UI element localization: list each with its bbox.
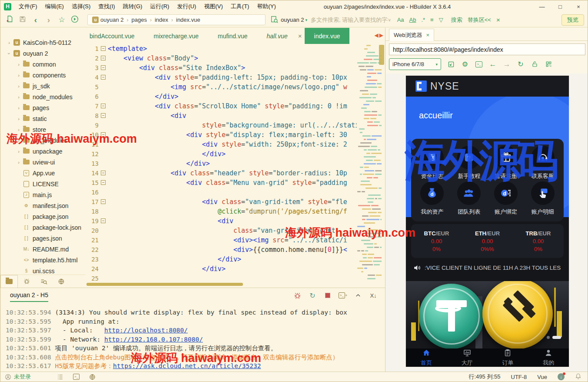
tree-item-app-vue[interactable]: VApp.vue — [0, 168, 85, 178]
console-window-icon[interactable]: >_ — [475, 60, 483, 68]
line-number[interactable]: 5 — [85, 82, 101, 92]
line-number[interactable]: 3 — [85, 63, 101, 73]
line-number[interactable]: 10 — [85, 130, 101, 140]
fold-marker-icon[interactable]: − — [101, 75, 106, 80]
tree-item-components[interactable]: ›components — [0, 70, 85, 80]
multi-file-search-icon[interactable] — [271, 16, 278, 24]
bookmark-star-icon[interactable]: ☆ — [55, 15, 68, 24]
search-button[interactable]: 搜索 — [451, 16, 462, 24]
tree-item-node-modules[interactable]: ›node_modules — [0, 91, 85, 102]
line-number[interactable]: 25 — [85, 274, 101, 281]
phone-tab-订单[interactable]: 订单 — [488, 348, 528, 367]
todo-list-icon[interactable] — [57, 374, 63, 380]
chevron-icon[interactable]: › — [7, 51, 12, 56]
line-number[interactable]: 7 — [85, 101, 101, 111]
collapse-panel-icon[interactable] — [354, 292, 362, 299]
tree-item-template-h5-html[interactable]: <>template.h5.html — [0, 255, 85, 265]
login-status[interactable]: 未登录 — [14, 373, 31, 381]
line-number[interactable]: 20 — [85, 226, 101, 235]
chevron-icon[interactable]: › — [16, 160, 21, 165]
breadcrumb-item[interactable]: index — [155, 17, 168, 23]
search-history-caret-icon[interactable]: ∨ — [388, 18, 391, 22]
clear-console-icon[interactable]: X↓ — [369, 292, 377, 299]
minimap[interactable] — [357, 45, 382, 281]
line-number[interactable]: 8 — [85, 111, 101, 121]
unlock-icon[interactable] — [531, 60, 538, 68]
phone-tab-首页[interactable]: 首页 — [406, 348, 447, 367]
fold-marker-icon[interactable]: − — [101, 113, 106, 118]
menu-item[interactable]: 编辑(E) — [41, 1, 68, 12]
network-icon[interactable] — [89, 374, 96, 380]
preview-button[interactable]: 预览 — [561, 14, 584, 26]
editor-tab-mufind-vue[interactable]: mufind.vue — [208, 28, 257, 44]
line-number[interactable]: 1 — [85, 44, 101, 54]
menu-item-我的资产[interactable]: d我的资产 — [414, 181, 451, 217]
debug-panel-tab[interactable] — [18, 275, 35, 288]
encoding[interactable]: UTF-8 — [511, 374, 527, 380]
menu-item[interactable]: 文件(F) — [15, 1, 41, 12]
url-input[interactable] — [389, 44, 585, 55]
back-icon[interactable]: ‹ — [29, 15, 42, 25]
line-number[interactable]: 18 — [85, 207, 101, 216]
menu-item-账户明细[interactable]: 账户明细 — [524, 181, 561, 217]
minimize-button[interactable]: — — [533, 0, 551, 13]
terminal-icon[interactable]: >_ — [73, 374, 80, 380]
account-icon[interactable] — [5, 374, 11, 380]
refresh-icon[interactable]: ↻ — [517, 60, 525, 68]
market-tile-eth[interactable]: ETH/EUR0.000%% — [462, 224, 513, 258]
tree-item-common[interactable]: ›common — [0, 59, 85, 70]
chevron-icon[interactable]: › — [16, 105, 21, 111]
tree-item-pages[interactable]: ›pages — [0, 102, 85, 113]
stop-icon[interactable] — [324, 292, 332, 299]
menu-item-资金日志[interactable]: d资金日志 — [414, 146, 451, 181]
tree-item-kaiscoin-h5-0112[interactable]: ›uKaisCoin-h5-0112 — [0, 37, 85, 48]
search-input[interactable] — [311, 17, 388, 23]
menu-item-联系客服[interactable]: 联系客服 — [524, 146, 561, 181]
tree-item-unpackage[interactable]: ›unpackage — [0, 146, 85, 157]
line-number[interactable]: 16 — [85, 188, 101, 197]
line-number[interactable]: 15 — [85, 178, 101, 188]
filter-button[interactable]: ▽ — [439, 17, 443, 23]
fold-marker-icon[interactable]: − — [101, 56, 106, 60]
editor-tab-bindAccount-vue[interactable]: bindAccount.vue — [85, 28, 144, 44]
menu-item-团队列表[interactable]: 团队列表 — [451, 181, 488, 217]
line-number[interactable]: 13 — [85, 159, 101, 168]
line-number[interactable]: 23 — [85, 255, 101, 264]
menu-item[interactable]: 运行(R) — [146, 1, 173, 12]
line-number[interactable]: 24 — [85, 264, 101, 274]
update-icon[interactable]: ↓ — [558, 373, 565, 380]
chevron-icon[interactable]: › — [16, 73, 21, 78]
forward-icon[interactable]: › — [42, 15, 55, 25]
chevron-icon[interactable]: › — [16, 138, 21, 143]
line-number[interactable]: 2 — [85, 54, 101, 63]
fold-marker-icon[interactable]: − — [101, 171, 106, 175]
cursor-position[interactable]: 行:495 列:55 — [469, 373, 501, 381]
close-button[interactable]: × — [569, 0, 588, 13]
debug-bug-icon[interactable] — [293, 292, 301, 299]
market-tile-btc[interactable]: BTC/EUR0.000% — [411, 224, 462, 258]
phone-tab-大厅[interactable]: 大厅 — [447, 348, 488, 367]
chevron-icon[interactable]: › — [16, 84, 21, 89]
tree-item-store[interactable]: ›store — [0, 124, 85, 135]
regex-button[interactable]: .* — [421, 17, 425, 23]
fold-marker-icon[interactable]: − — [101, 199, 106, 204]
menu-item-邀请注册[interactable]: 邀请注册 — [488, 146, 525, 181]
tree-item-uview-ui[interactable]: ›uview-ui — [0, 157, 85, 168]
device-select[interactable]: iPhone 6/7/8▾ — [389, 58, 441, 70]
menu-item[interactable]: 发行(U) — [173, 1, 200, 12]
chevron-icon[interactable]: › — [16, 116, 21, 121]
settings-gear-icon[interactable]: ⚙ — [461, 60, 469, 68]
fold-marker-icon[interactable]: − — [101, 180, 106, 185]
nav-back-icon[interactable]: ← — [489, 60, 497, 68]
log-link[interactable]: http://192.168.0.107:8080/ — [104, 336, 203, 343]
code-area[interactable]: 1−<template>2− <view class="Body">3− <di… — [85, 44, 357, 281]
notification-bell-icon[interactable] — [575, 373, 581, 381]
log-link[interactable]: https://ask.dcloud.net.cn/article/35232 — [113, 362, 261, 369]
market-tile-trb[interactable]: TRB/EUR0.000% — [513, 224, 564, 258]
replace-panel-button[interactable]: 替换区<< — [468, 16, 491, 24]
search-scope-caret-icon[interactable]: ▾ — [306, 18, 308, 22]
nav-forward-icon[interactable]: → — [503, 60, 511, 68]
tree-item-main-js[interactable]: Jmain.js — [0, 189, 85, 200]
menu-item[interactable]: 视图(V) — [200, 1, 226, 12]
menu-item-账户绑定[interactable]: d账户绑定 — [488, 181, 525, 217]
